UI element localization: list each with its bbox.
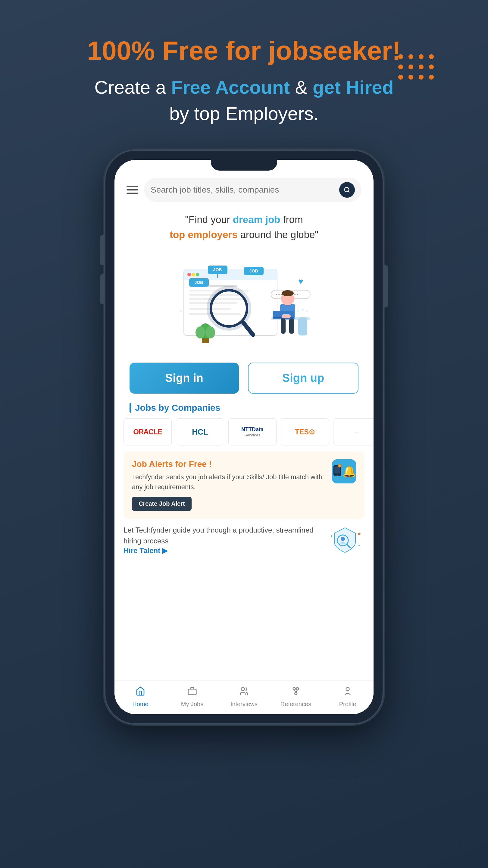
company-card-more[interactable]: ··· [333, 418, 373, 445]
svg-text:✦: ✦ [330, 534, 333, 538]
job-alert-title: Job Alerts for Free ! [132, 459, 326, 469]
company-card-hcl[interactable]: HCL [176, 418, 224, 445]
job-search-illustration: JOB JOB JOB ♥ • • • • • • • • • [157, 251, 331, 353]
nav-item-myjobs[interactable]: My Jobs [166, 681, 218, 714]
svg-point-61 [282, 290, 294, 296]
hcl-logo: HCL [192, 427, 208, 437]
subtitle-plain2: & [295, 77, 313, 98]
svg-rect-65 [281, 318, 286, 334]
quote-end: around the globe" [240, 229, 318, 240]
signin-button[interactable]: Sign in [130, 363, 239, 394]
search-button[interactable] [339, 182, 355, 198]
more-companies: ··· [355, 428, 360, 436]
company-logos-strip: ORACLE HCL NTTData Services TES⊙ [115, 418, 373, 452]
svg-rect-72 [334, 467, 340, 473]
company-card-tes[interactable]: TES⊙ [281, 418, 329, 445]
main-subtitle: Create a Free Account & get Hired by top… [87, 74, 401, 127]
tes-logo: TES⊙ [295, 428, 315, 436]
nav-label-interviews: Interviews [230, 701, 258, 708]
hire-talent-link-text: Hire Talent [124, 547, 160, 555]
subtitle-free-account: Free Account [171, 77, 290, 98]
svg-rect-64 [282, 314, 291, 318]
svg-point-30 [306, 310, 308, 312]
main-title: 100% Free for jobseeker! [87, 36, 401, 65]
hero-quote: "Find your dream job from top employers … [127, 212, 361, 242]
svg-point-89 [346, 687, 350, 691]
svg-point-86 [295, 692, 297, 695]
header-section: 100% Free for jobseeker! Create a Free A… [87, 36, 401, 127]
nav-item-profile[interactable]: Profile [322, 681, 373, 714]
nav-label-myjobs: My Jobs [181, 701, 203, 708]
hire-talent-illustration: ★ ✦ ✦ [325, 525, 364, 555]
svg-text:✦: ✦ [358, 544, 360, 547]
svg-rect-40 [189, 298, 247, 300]
quote-dream-job: dream job [233, 214, 281, 225]
svg-point-35 [192, 273, 195, 276]
references-icon [291, 686, 301, 698]
subtitle-plain1: Create a [94, 77, 171, 98]
nav-label-home: Home [132, 701, 148, 708]
phone-notification-icon: 🔔 [332, 461, 343, 482]
job-alert-text-section: Job Alerts for Free ! Techfynder sends y… [132, 459, 326, 511]
subtitle-get-hired: get Hired [313, 77, 394, 98]
hamburger-menu[interactable] [127, 186, 138, 194]
quote-top-employers: top employers [170, 229, 238, 240]
app-content: "Find your dream job from top employers … [115, 209, 373, 681]
hero-illustration: JOB JOB JOB ♥ • • • • • • • • • [115, 248, 373, 356]
nav-label-references: References [281, 701, 311, 708]
search-bar [144, 178, 361, 202]
quote-from: from [283, 214, 303, 225]
myjobs-icon [187, 686, 197, 698]
nav-item-interviews[interactable]: Interviews [218, 681, 270, 714]
svg-point-84 [293, 687, 295, 690]
svg-point-34 [187, 273, 191, 276]
home-icon [135, 686, 145, 698]
hire-talent-link[interactable]: Hire Talent ▶ [124, 547, 319, 555]
company-card-oracle[interactable]: ORACLE [124, 418, 172, 445]
svg-point-70 [205, 327, 215, 338]
subtitle-plain3: by top Employers. [169, 103, 319, 124]
phone-frame: "Find your dream job from top employers … [105, 151, 383, 723]
interviews-icon [239, 686, 249, 698]
hire-talent-arrow: ▶ [162, 547, 167, 555]
company-card-nttdata[interactable]: NTTData Services [228, 418, 276, 445]
quote-start: "Find your [185, 214, 233, 225]
job-alert-icon: 🔔 [332, 459, 356, 484]
oracle-logo: ORACLE [133, 428, 162, 436]
svg-rect-66 [289, 318, 294, 334]
svg-point-73 [336, 475, 338, 476]
svg-point-29 [302, 309, 304, 311]
svg-text:🔔: 🔔 [338, 464, 341, 467]
dot-grid-decoration [398, 54, 434, 80]
svg-text:★: ★ [357, 531, 361, 536]
svg-point-83 [241, 687, 245, 691]
svg-point-69 [195, 327, 205, 338]
svg-rect-43 [189, 313, 240, 315]
hire-talent-description: Let Techfynder guide you through a produ… [124, 525, 319, 547]
svg-point-2 [180, 310, 182, 312]
svg-rect-41 [189, 302, 237, 304]
phone-screen: "Find your dream job from top employers … [115, 160, 373, 714]
svg-text:JOB: JOB [195, 280, 203, 285]
hero-section: "Find your dream job from top employers … [115, 209, 373, 248]
phone-mockup: "Find your dream job from top employers … [105, 151, 383, 723]
nav-item-home[interactable]: Home [115, 681, 166, 714]
svg-line-88 [296, 690, 297, 692]
svg-text:JOB: JOB [250, 269, 258, 273]
svg-rect-58 [298, 317, 307, 336]
create-job-alert-button[interactable]: Create Job Alert [132, 497, 192, 511]
search-input[interactable] [151, 185, 336, 195]
svg-point-36 [196, 273, 199, 276]
signup-button[interactable]: Sign up [248, 363, 358, 394]
svg-point-78 [341, 537, 345, 541]
action-buttons: Sign in Sign up [115, 356, 373, 400]
phone-notch [211, 160, 277, 170]
svg-rect-82 [188, 689, 196, 695]
nav-item-references[interactable]: References [270, 681, 322, 714]
profile-icon [343, 686, 352, 698]
svg-text:♥: ♥ [298, 277, 303, 286]
job-alert-banner: Job Alerts for Free ! Techfynder sends y… [124, 452, 364, 519]
svg-text:JOB: JOB [213, 267, 222, 272]
job-alert-description: Techfynder sends you job alerts if your … [132, 472, 326, 492]
hire-talent-text-wrapper: Let Techfynder guide you through a produ… [124, 525, 319, 555]
